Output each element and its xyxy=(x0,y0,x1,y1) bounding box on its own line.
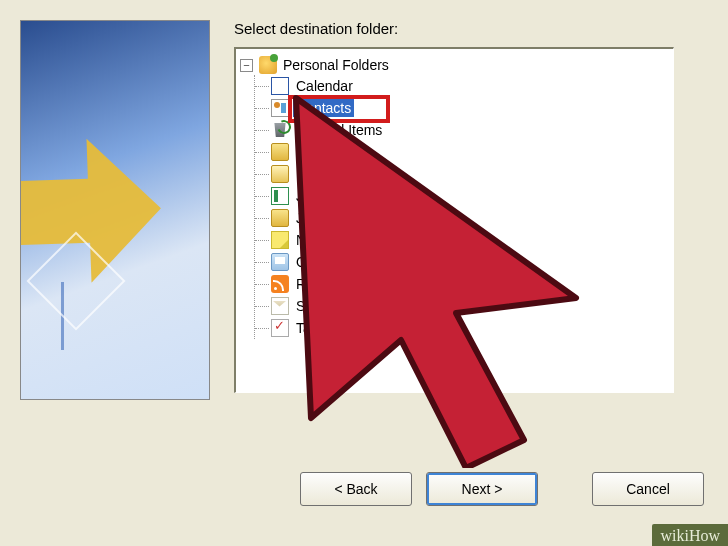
rss-icon xyxy=(271,275,289,293)
sent-icon xyxy=(271,297,289,315)
tree-item[interactable]: Calendar xyxy=(255,75,669,97)
wizard-sidebar-image xyxy=(20,20,210,400)
personal-folders-icon xyxy=(259,56,277,74)
tree-item[interactable]: Drafts xyxy=(255,141,669,163)
tree-item[interactable]: Junk E-mail xyxy=(255,207,669,229)
contacts-icon xyxy=(271,99,289,117)
wizard-body: Select destination folder: − Personal Fo… xyxy=(0,0,728,400)
collapse-icon[interactable]: − xyxy=(240,59,253,72)
tree-item[interactable]: Journal xyxy=(255,185,669,207)
tree-item-label[interactable]: Junk E-mail xyxy=(293,209,372,227)
tree-children: CalendarContactsDeleted ItemsDraftsInbox… xyxy=(254,75,669,339)
tree-item[interactable]: Tasks xyxy=(255,317,669,339)
tree-item[interactable]: Outbox xyxy=(255,251,669,273)
tree-item[interactable]: Inbox xyxy=(255,163,669,185)
journal-icon xyxy=(271,187,289,205)
folder-icon xyxy=(271,143,289,161)
tree-item-label[interactable]: Contacts xyxy=(293,99,354,117)
tree-item[interactable]: RSS Feeds xyxy=(255,273,669,295)
deleted-icon xyxy=(271,121,289,139)
calendar-icon xyxy=(271,77,289,95)
tree-item[interactable]: Sent Items xyxy=(255,295,669,317)
notes-icon xyxy=(271,231,289,249)
wizard-main: Select destination folder: − Personal Fo… xyxy=(234,10,724,400)
tree-root-label[interactable]: Personal Folders xyxy=(283,57,389,73)
tree-item-label[interactable]: Drafts xyxy=(293,143,336,161)
tree-item-label[interactable]: Outbox xyxy=(293,253,344,271)
folder-icon xyxy=(271,209,289,227)
watermark-label: wikiHow xyxy=(652,524,728,546)
instruction-label: Select destination folder: xyxy=(234,20,724,37)
tree-item-label[interactable]: Notes xyxy=(293,231,336,249)
cancel-button[interactable]: Cancel xyxy=(592,472,704,506)
tree-root-item[interactable]: − Personal Folders xyxy=(240,55,669,75)
next-button[interactable]: Next > xyxy=(426,472,538,506)
tree-item[interactable]: Contacts xyxy=(255,97,669,119)
tree-item-label[interactable]: RSS Feeds xyxy=(293,275,371,293)
tree-item-label[interactable]: Sent Items xyxy=(293,297,366,315)
folder-tree[interactable]: − Personal Folders CalendarContactsDelet… xyxy=(234,47,674,393)
wizard-button-row: < Back Next > Cancel xyxy=(300,472,704,506)
tree-item-label[interactable]: Journal xyxy=(293,187,345,205)
outbox-icon xyxy=(271,253,289,271)
folder-open-icon xyxy=(271,165,289,183)
tree-item-label[interactable]: Inbox xyxy=(293,165,333,183)
tree-item-label[interactable]: Deleted Items xyxy=(293,121,385,139)
tree-item[interactable]: Deleted Items xyxy=(255,119,669,141)
tasks-icon xyxy=(271,319,289,337)
back-button[interactable]: < Back xyxy=(300,472,412,506)
tree-item[interactable]: Notes xyxy=(255,229,669,251)
tree-item-label[interactable]: Calendar xyxy=(293,77,356,95)
tree-item-label[interactable]: Tasks xyxy=(293,319,335,337)
